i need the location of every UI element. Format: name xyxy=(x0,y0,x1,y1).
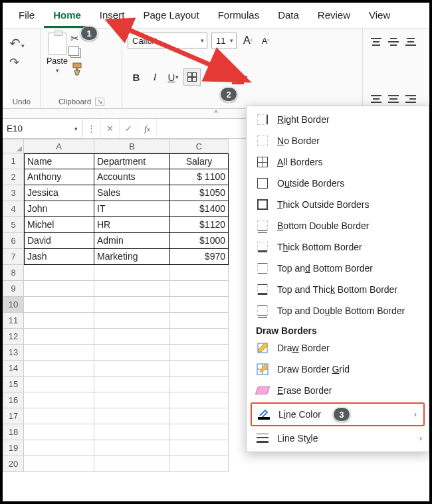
redo-button[interactable]: ↷ xyxy=(9,55,19,70)
col-header-c[interactable]: C xyxy=(170,139,229,153)
align-top-button[interactable] xyxy=(368,34,384,50)
font-color-button[interactable]: A▾ xyxy=(231,68,249,86)
cell[interactable] xyxy=(94,281,170,297)
borders-dropdown[interactable]: ▾ xyxy=(202,68,211,86)
clipboard-launcher[interactable]: ↘ xyxy=(95,98,104,106)
copy-button[interactable] xyxy=(70,48,81,58)
cell[interactable] xyxy=(24,440,94,456)
row-header[interactable]: 16 xyxy=(3,392,24,408)
cell[interactable] xyxy=(24,313,94,329)
col-header-a[interactable]: A xyxy=(24,139,94,153)
select-all-corner[interactable] xyxy=(3,139,24,153)
col-header-b[interactable]: B xyxy=(94,139,170,153)
cell[interactable]: HR xyxy=(94,217,170,233)
menu-item-outside[interactable]: Outside Borders xyxy=(247,173,429,194)
menu-item-right[interactable]: Right Border xyxy=(247,109,429,130)
align-right-button[interactable] xyxy=(403,91,419,107)
cell[interactable]: Anthony xyxy=(24,169,94,185)
cell[interactable] xyxy=(170,345,229,361)
menu-item-draw[interactable]: Draw Border xyxy=(247,337,429,359)
row-header[interactable]: 14 xyxy=(3,361,24,377)
cell[interactable]: Jash xyxy=(24,249,94,265)
cell[interactable]: Department xyxy=(94,153,170,169)
cell[interactable] xyxy=(94,456,170,472)
cell[interactable] xyxy=(170,424,229,440)
undo-button[interactable]: ↶▾ xyxy=(9,35,25,51)
increase-font-button[interactable]: Aˆ xyxy=(241,33,255,48)
menu-item-top-bottom[interactable]: Top and Bottom Border xyxy=(247,258,429,279)
cell[interactable] xyxy=(170,456,229,472)
cell[interactable] xyxy=(170,377,229,392)
formula-cancel-x[interactable]: ✕ xyxy=(101,119,120,138)
cell[interactable] xyxy=(170,408,229,424)
fill-color-button[interactable]: ▾ xyxy=(213,68,230,86)
cell[interactable]: Admin xyxy=(94,233,170,249)
tab-formulas[interactable]: Formulas xyxy=(209,5,269,28)
cell[interactable]: $ 1100 xyxy=(170,169,229,185)
cell[interactable] xyxy=(170,281,229,297)
cell[interactable]: $1120 xyxy=(170,217,229,233)
cell[interactable] xyxy=(24,392,94,408)
row-header[interactable]: 18 xyxy=(3,424,24,440)
tab-file[interactable]: File xyxy=(9,5,44,28)
cell[interactable]: John xyxy=(24,201,94,217)
cell[interactable] xyxy=(24,424,94,440)
row-header[interactable]: 10 xyxy=(3,297,24,313)
cell[interactable] xyxy=(24,265,94,281)
cell[interactable]: IT xyxy=(94,201,170,217)
cell[interactable] xyxy=(24,456,94,472)
paste-button[interactable]: Paste ▾ xyxy=(47,33,68,76)
align-center-button[interactable] xyxy=(385,91,401,107)
row-header[interactable]: 8 xyxy=(3,265,24,281)
name-box[interactable]: E10▾ xyxy=(3,119,82,138)
row-header[interactable]: 3 xyxy=(3,185,24,201)
underline-button[interactable]: U▾ xyxy=(165,68,182,86)
font-size-select[interactable]: 11▾ xyxy=(211,33,237,48)
borders-button[interactable] xyxy=(183,68,201,86)
row-header[interactable]: 19 xyxy=(3,440,24,456)
cell[interactable] xyxy=(94,361,170,377)
decrease-font-button[interactable]: Aˇ xyxy=(259,35,272,47)
formula-enter[interactable]: ✓ xyxy=(120,119,138,138)
cell[interactable] xyxy=(24,361,94,377)
menu-item-erase[interactable]: Erase Border xyxy=(247,380,429,401)
menu-item-linestyle[interactable]: Line Style› xyxy=(247,428,429,449)
cell[interactable] xyxy=(170,392,229,408)
fx-button[interactable]: fx xyxy=(138,119,157,138)
cell[interactable] xyxy=(24,329,94,345)
cell[interactable] xyxy=(94,424,170,440)
cell[interactable] xyxy=(170,361,229,377)
formula-cancel[interactable]: ⋮ xyxy=(82,119,101,138)
menu-item-thick-bottom[interactable]: Thick Bottom Border xyxy=(247,236,429,258)
row-header[interactable]: 11 xyxy=(3,313,24,329)
cell[interactable] xyxy=(94,297,170,313)
menu-item-none[interactable]: No Border xyxy=(247,130,429,151)
row-header[interactable]: 12 xyxy=(3,329,24,345)
cell[interactable]: Marketing xyxy=(94,249,170,265)
row-header[interactable]: 1 xyxy=(3,153,24,169)
cell[interactable] xyxy=(24,281,94,297)
cell[interactable] xyxy=(94,440,170,456)
row-header[interactable]: 7 xyxy=(3,249,24,265)
row-header[interactable]: 5 xyxy=(3,217,24,233)
cell[interactable]: Michel xyxy=(24,217,94,233)
italic-button[interactable]: I xyxy=(146,68,163,86)
menu-item-bottom-dbl[interactable]: Bottom Double Border xyxy=(247,215,429,236)
align-bottom-button[interactable] xyxy=(403,34,419,50)
cell[interactable] xyxy=(24,297,94,313)
tab-page-layout[interactable]: Page Layout xyxy=(134,5,208,28)
format-painter-button[interactable] xyxy=(70,62,89,76)
cell[interactable] xyxy=(94,329,170,345)
row-header[interactable]: 6 xyxy=(3,233,24,249)
menu-item-all[interactable]: All Borders xyxy=(247,151,429,173)
cell[interactable] xyxy=(94,345,170,361)
row-header[interactable]: 20 xyxy=(3,456,24,472)
cell[interactable]: $1000 xyxy=(170,233,229,249)
cell[interactable] xyxy=(94,408,170,424)
bold-button[interactable]: B xyxy=(128,68,145,86)
cell[interactable]: David xyxy=(24,233,94,249)
tab-data[interactable]: Data xyxy=(269,5,308,28)
tab-home[interactable]: Home xyxy=(44,5,90,28)
menu-item-thick[interactable]: Thick Outside Borders xyxy=(247,194,429,215)
align-left-button[interactable] xyxy=(368,91,384,107)
